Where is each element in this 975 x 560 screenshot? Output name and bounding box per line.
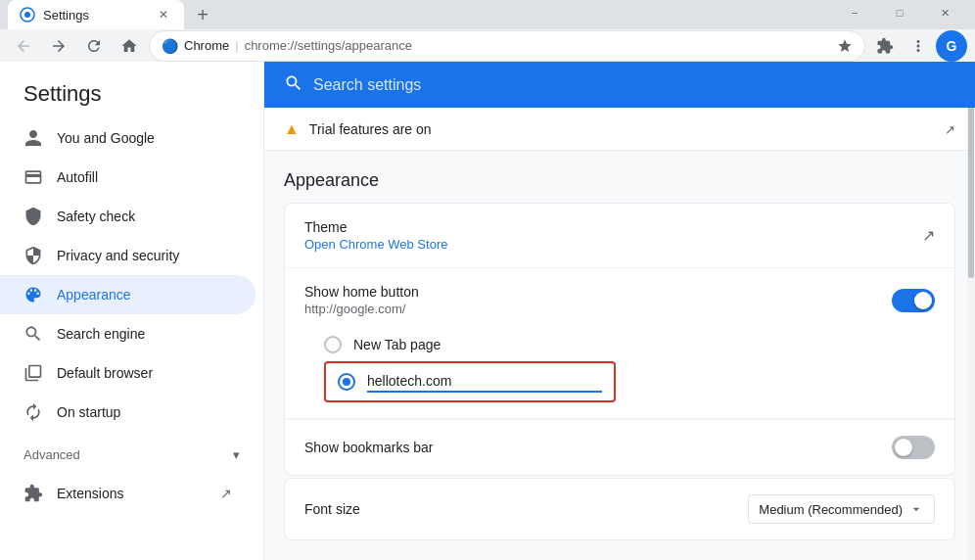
font-size-label: Font size [304, 501, 360, 517]
custom-url-input[interactable] [367, 371, 602, 393]
custom-url-option [324, 361, 616, 402]
sidebar: Settings You and Google Autofill Safety … [0, 62, 264, 560]
sidebar-title: Settings [0, 62, 263, 118]
safety-shield-icon [23, 207, 43, 226]
trial-external-link-icon[interactable]: ↗ [945, 122, 955, 137]
bookmarks-bar-label: Show bookmarks bar [304, 440, 434, 455]
on-startup-icon [23, 402, 43, 422]
show-home-button-header: Show home button http://google.com/ [304, 284, 935, 316]
address-divider: | [235, 38, 238, 53]
browser-frame: Settings ✕ + − □ ✕ 🔵 Chrome | chrome://s… [0, 0, 975, 560]
search-input[interactable] [313, 76, 955, 94]
toggle-thumb [914, 292, 932, 309]
trial-banner: ▲ Trial features are on ↗ [264, 109, 975, 151]
window-controls: − □ ✕ [832, 0, 967, 29]
trial-banner-text: Trial features are on [309, 121, 935, 137]
extensions-button[interactable] [869, 30, 901, 62]
sidebar-item-safety-check[interactable]: Safety check [0, 197, 255, 236]
settings-content: Appearance Theme Open Chrome Web Store ↗ [264, 151, 975, 560]
font-size-chevron-down-icon [908, 501, 924, 517]
address-url: chrome://settings/appearance [245, 38, 831, 53]
sidebar-item-default-browser[interactable]: Default browser [0, 353, 255, 393]
sidebar-item-on-startup[interactable]: On startup [0, 393, 255, 432]
sidebar-item-extensions-label: Extensions [57, 486, 123, 501]
advanced-chevron-icon: ▾ [233, 447, 240, 462]
address-site-icon: 🔵 [162, 38, 178, 54]
search-overlay [264, 62, 975, 108]
tab-close-button[interactable]: ✕ [155, 6, 172, 23]
address-site-name: Chrome [184, 38, 229, 53]
close-button[interactable]: ✕ [922, 0, 967, 25]
advanced-label: Advanced [23, 447, 80, 462]
custom-url-radio-circle[interactable] [338, 373, 355, 391]
radio-group: New Tab page [304, 316, 635, 418]
sidebar-item-appearance[interactable]: Appearance [0, 275, 255, 314]
more-menu-button[interactable] [903, 30, 934, 62]
sidebar-item-autofill-label: Autofill [57, 169, 98, 185]
extensions-sidebar-icon [23, 484, 43, 503]
autofill-icon [23, 167, 43, 187]
sidebar-item-search-engine[interactable]: Search engine [0, 314, 255, 353]
active-tab: Settings ✕ [8, 0, 184, 29]
reload-button[interactable] [78, 30, 110, 62]
new-tab-button[interactable]: + [188, 0, 217, 29]
section-title: Appearance [284, 151, 955, 203]
sidebar-item-appearance-label: Appearance [57, 287, 131, 303]
search-engine-icon [23, 324, 43, 344]
bookmarks-toggle-thumb [895, 439, 912, 456]
new-tab-radio-circle[interactable] [324, 336, 342, 353]
scrollbar-thumb[interactable] [968, 82, 974, 278]
appearance-palette-icon [23, 285, 43, 304]
search-icon [284, 73, 303, 96]
scrollbar[interactable] [967, 62, 975, 560]
home-button[interactable] [114, 30, 145, 62]
address-bar[interactable]: 🔵 Chrome | chrome://settings/appearance [149, 30, 865, 62]
default-browser-icon [23, 363, 43, 383]
home-button-toggle[interactable] [892, 289, 935, 312]
search-bar [264, 62, 975, 108]
toolbar: 🔵 Chrome | chrome://settings/appearance … [0, 29, 975, 62]
theme-info: Theme Open Chrome Web Store [304, 219, 447, 252]
svg-point-1 [24, 12, 30, 18]
theme-external-link-icon[interactable]: ↗ [922, 226, 935, 245]
toolbar-right-controls: G [869, 30, 967, 62]
back-button[interactable] [8, 30, 39, 62]
home-button-info: Show home button http://google.com/ [304, 284, 419, 316]
sidebar-item-extensions[interactable]: Extensions ↗ [0, 474, 255, 513]
new-tab-radio-label: New Tab page [353, 337, 441, 352]
theme-row: Theme Open Chrome Web Store ↗ [285, 204, 954, 268]
tab-favicon-icon [20, 7, 35, 23]
theme-label: Theme [304, 219, 447, 235]
sidebar-item-autofill[interactable]: Autofill [0, 158, 255, 197]
star-icon[interactable] [837, 38, 853, 54]
sidebar-item-privacy-security-label: Privacy and security [57, 248, 179, 263]
sidebar-item-you-google-label: You and Google [57, 130, 155, 146]
sidebar-item-safety-check-label: Safety check [57, 209, 135, 224]
sidebar-item-you-google[interactable]: You and Google [0, 118, 255, 158]
appearance-card: Theme Open Chrome Web Store ↗ Show home … [284, 203, 955, 476]
sidebar-item-privacy-security[interactable]: Privacy and security [0, 236, 255, 275]
profile-button[interactable]: G [936, 30, 967, 62]
sidebar-item-search-engine-label: Search engine [57, 326, 145, 342]
tab-title: Settings [43, 8, 147, 23]
sidebar-item-on-startup-label: On startup [57, 404, 120, 420]
content-area: Settings You and Google Autofill Safety … [0, 62, 975, 560]
warning-triangle-icon: ▲ [284, 120, 300, 138]
advanced-section[interactable]: Advanced ▾ [0, 440, 263, 466]
radio-dot [343, 378, 350, 386]
font-size-row: Font size Medium (Recommended) [284, 478, 955, 540]
main-content: ▲ Trial features are on ↗ Appearance The… [264, 62, 975, 560]
minimize-button[interactable]: − [832, 0, 877, 25]
theme-sublabel[interactable]: Open Chrome Web Store [304, 237, 447, 252]
bookmarks-bar-toggle[interactable] [892, 436, 935, 459]
privacy-shield-icon [23, 246, 43, 265]
font-size-value: Medium (Recommended) [759, 502, 903, 517]
maximize-button[interactable]: □ [877, 0, 922, 25]
person-icon [23, 128, 43, 148]
title-bar: Settings ✕ + − □ ✕ [0, 0, 975, 29]
home-button-sublabel: http://google.com/ [304, 302, 419, 316]
forward-button[interactable] [43, 30, 74, 62]
new-tab-radio-option[interactable]: New Tab page [324, 328, 616, 361]
home-button-label: Show home button [304, 284, 419, 300]
font-size-select[interactable]: Medium (Recommended) [748, 494, 935, 524]
